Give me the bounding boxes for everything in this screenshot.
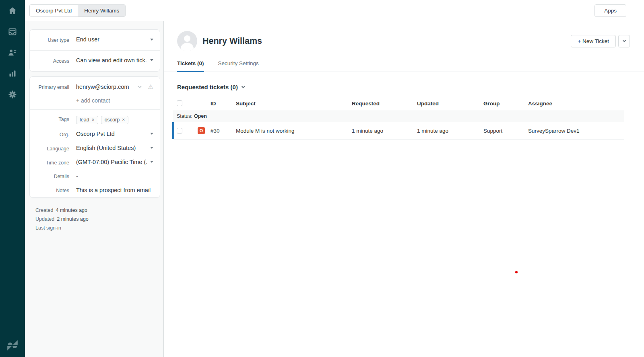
- home-icon[interactable]: [0, 0, 25, 21]
- workspace: Oscorp Pvt Ltd Henry Willams Apps User t…: [25, 0, 644, 357]
- topbar: Oscorp Pvt Ltd Henry Willams Apps: [25, 0, 644, 21]
- new-ticket-menu-button[interactable]: [618, 35, 630, 47]
- access-row: Access Can view and edit own tick...: [30, 50, 160, 71]
- tags-label: Tags: [36, 115, 69, 123]
- status-group-row: Status: Open: [173, 110, 624, 122]
- language-select[interactable]: English (United States): [76, 145, 153, 151]
- user-type-label: User type: [36, 36, 69, 44]
- open-status-badge: O: [198, 127, 205, 134]
- tag-label: oscorp: [105, 117, 120, 123]
- updated-meta: Updated2 minutes ago: [35, 216, 160, 222]
- caret-down-icon: [150, 147, 153, 149]
- timezone-row: Time zone (GMT-07:00) Pacific Time (...: [30, 156, 160, 170]
- timezone-value: (GMT-07:00) Pacific Time (...: [76, 159, 147, 165]
- created-label: Created: [35, 207, 53, 213]
- tag-remove-icon[interactable]: ×: [92, 117, 95, 123]
- primary-email-row: Primary email henryw@sciorp.com ⚠: [30, 77, 160, 109]
- table-header-row: ID Subject Requested Updated Group Assig…: [173, 97, 624, 110]
- app-root: Oscorp Pvt Ltd Henry Willams Apps User t…: [0, 0, 644, 357]
- main-area: Henry Willams + New Ticket Tickets (0) S…: [164, 21, 644, 357]
- workspace-tab-organization[interactable]: Oscorp Pvt Ltd: [30, 5, 78, 16]
- org-label: Org.: [36, 131, 69, 138]
- ticket-id: #30: [208, 128, 233, 134]
- user-type-value: End user: [76, 36, 99, 43]
- customers-icon[interactable]: [0, 42, 25, 63]
- notes-label: Notes: [36, 187, 69, 194]
- primary-email-label: Primary email: [36, 83, 69, 104]
- ticket-row[interactable]: O #30 Module M is not working 1 minute a…: [173, 122, 624, 140]
- tags-row: Tags lead × oscorp ×: [30, 112, 160, 127]
- user-type-row: User type End user: [30, 30, 160, 50]
- contact-details-card: Primary email henryw@sciorp.com ⚠: [29, 76, 160, 198]
- user-type-card: User type End user Access Can view and e…: [29, 29, 160, 72]
- access-value: Can view and edit own tick...: [76, 57, 147, 64]
- red-dot-artifact: [515, 271, 518, 273]
- tag-remove-icon[interactable]: ×: [122, 117, 125, 123]
- admin-gear-icon[interactable]: [0, 84, 25, 105]
- notes-value[interactable]: This is a prospect from email: [76, 187, 151, 193]
- ticket-group: Support: [481, 128, 526, 134]
- last-signin-meta: Last sign-in: [35, 225, 160, 231]
- row-checkbox[interactable]: [177, 128, 182, 133]
- caret-down-icon: [150, 133, 153, 135]
- tag-lead[interactable]: lead ×: [76, 116, 98, 124]
- main-nav-sidebar: [0, 0, 25, 357]
- status-group-value: Open: [194, 113, 207, 119]
- access-select[interactable]: Can view and edit own tick...: [76, 57, 153, 64]
- col-assignee: Assignee: [526, 101, 624, 107]
- org-row: Org. Oscorp Pvt Ltd: [30, 127, 160, 142]
- tag-oscorp[interactable]: oscorp ×: [101, 116, 129, 124]
- timezone-select[interactable]: (GMT-07:00) Pacific Time (...: [76, 159, 153, 165]
- divider: [30, 109, 160, 110]
- ticket-assignee: SurveySparrow Dev1: [526, 128, 624, 134]
- col-id: ID: [208, 101, 233, 107]
- warning-icon: ⚠: [148, 83, 153, 90]
- apps-button[interactable]: Apps: [594, 4, 626, 17]
- chevron-down-icon[interactable]: [137, 84, 142, 90]
- last-signin-label: Last sign-in: [35, 225, 61, 231]
- content: User type End user Access Can view and e…: [25, 21, 644, 357]
- caret-down-icon: [150, 161, 153, 163]
- views-icon[interactable]: [0, 21, 25, 42]
- reports-icon[interactable]: [0, 63, 25, 84]
- main-tabs: Tickets (0) Security Settings: [164, 60, 644, 72]
- details-label: Details: [36, 172, 69, 180]
- status-group-label: Status:: [177, 113, 192, 119]
- main-header: Henry Willams + New Ticket: [164, 21, 644, 51]
- notes-row: Notes This is a prospect from email: [30, 183, 160, 197]
- access-label: Access: [36, 57, 69, 65]
- col-updated: Updated: [415, 101, 481, 107]
- caret-down-icon: [150, 39, 153, 41]
- requested-tickets-title: Requested tickets (0): [177, 84, 238, 90]
- tickets-table: ID Subject Requested Updated Group Assig…: [173, 97, 624, 140]
- created-value: 4 minutes ago: [56, 207, 87, 213]
- avatar: [177, 31, 197, 51]
- ticket-subject: Module M is not working: [233, 128, 349, 134]
- ticket-requested: 1 minute ago: [349, 128, 415, 134]
- user-type-select[interactable]: End user: [76, 36, 153, 43]
- org-select[interactable]: Oscorp Pvt Ltd: [76, 131, 153, 137]
- updated-value: 2 minutes ago: [57, 216, 89, 222]
- tab-security-settings[interactable]: Security Settings: [218, 60, 259, 72]
- tag-label: lead: [80, 117, 89, 123]
- updated-label: Updated: [35, 216, 54, 222]
- chevron-down-icon: [622, 39, 627, 43]
- tab-tickets[interactable]: Tickets (0): [177, 60, 204, 72]
- user-profile-panel: User type End user Access Can view and e…: [25, 21, 164, 357]
- language-label: Language: [36, 145, 69, 152]
- ticket-updated: 1 minute ago: [415, 128, 481, 134]
- timezone-label: Time zone: [36, 159, 69, 166]
- select-all-checkbox[interactable]: [177, 101, 182, 106]
- page-title: Henry Willams: [202, 36, 262, 46]
- workspace-tab-group: Oscorp Pvt Ltd Henry Willams: [29, 4, 126, 17]
- zendesk-logo: [7, 340, 18, 353]
- new-ticket-button[interactable]: + New Ticket: [571, 35, 616, 47]
- requested-tickets-header[interactable]: Requested tickets (0): [177, 84, 644, 90]
- primary-email-value: henryw@sciorp.com: [76, 84, 129, 90]
- workspace-tab-user[interactable]: Henry Willams: [78, 5, 125, 16]
- chevron-down-icon: [241, 84, 246, 90]
- details-value[interactable]: -: [76, 173, 78, 179]
- caret-down-icon: [150, 59, 153, 61]
- add-contact-link[interactable]: + add contact: [76, 97, 153, 104]
- record-meta: Created4 minutes ago Updated2 minutes ag…: [35, 207, 160, 231]
